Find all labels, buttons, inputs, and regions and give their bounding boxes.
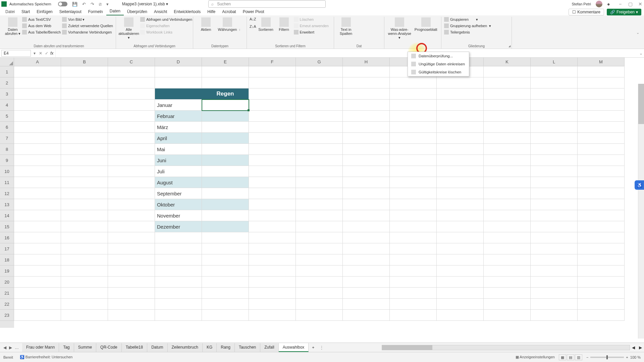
cell-A9[interactable] [14, 155, 61, 166]
row-header-18[interactable]: 18 [0, 254, 14, 265]
cell-A7[interactable] [14, 133, 61, 144]
cell-H19[interactable] [343, 265, 390, 277]
sheet-nav-more[interactable]: … [15, 345, 19, 350]
cell-C14[interactable] [108, 210, 155, 221]
cell-K18[interactable] [484, 254, 531, 265]
formula-input[interactable] [55, 49, 638, 57]
row-header-22[interactable]: 22 [0, 299, 14, 310]
autosave-toggle[interactable] [58, 2, 67, 6]
cell-J20[interactable] [437, 277, 484, 288]
cell-L19[interactable] [531, 265, 578, 277]
recent-sources[interactable]: Zuletzt verwendete Quellen [62, 23, 113, 28]
cell-K12[interactable] [484, 188, 531, 199]
tab-daten[interactable]: Daten [106, 7, 124, 15]
cell-A22[interactable] [14, 299, 61, 310]
cell-M18[interactable] [578, 254, 625, 265]
cell-C9[interactable] [108, 155, 155, 166]
sort-desc[interactable]: Z↓A [250, 24, 256, 29]
cell-D9[interactable]: Juni [155, 155, 202, 166]
avatar[interactable] [596, 1, 602, 7]
sheet-tab-summe[interactable]: Summe [74, 343, 96, 352]
refresh-all-button[interactable]: Alle aktualisieren ▾ [119, 17, 139, 40]
cell-K9[interactable] [484, 155, 531, 166]
cell-H23[interactable] [343, 310, 390, 321]
cell-E19[interactable] [202, 265, 249, 277]
cell-G1[interactable] [296, 66, 343, 77]
cell-M5[interactable] [578, 111, 625, 122]
col-header-M[interactable]: M [578, 58, 625, 66]
cell-C15[interactable] [108, 221, 155, 232]
cell-J14[interactable] [437, 210, 484, 221]
cell-D18[interactable] [155, 254, 202, 265]
sheet-tab-qr-code[interactable]: QR-Code [96, 343, 122, 352]
file-name[interactable]: Mappe3 (version 1).xlsb ▾ [122, 2, 168, 6]
cell-C12[interactable] [108, 188, 155, 199]
cell-E3[interactable]: Regen [202, 88, 249, 100]
cell-K21[interactable] [484, 288, 531, 299]
cell-J7[interactable] [437, 133, 484, 144]
cell-B11[interactable] [61, 177, 108, 188]
cell-A8[interactable] [14, 144, 61, 155]
ungroup-button[interactable]: Gruppierung aufheben ▾ [444, 23, 491, 28]
cell-D4[interactable]: Januar [155, 100, 202, 111]
row-header-16[interactable]: 16 [0, 232, 14, 243]
sheet-tab-zufall[interactable]: Zufall [260, 343, 278, 352]
cell-D14[interactable]: November [155, 210, 202, 221]
cell-K1[interactable] [484, 66, 531, 77]
cell-F17[interactable] [249, 243, 296, 254]
vertical-scrollbar[interactable] [638, 84, 644, 339]
cell-J8[interactable] [437, 144, 484, 155]
cell-E15[interactable] [202, 221, 249, 232]
cell-M20[interactable] [578, 277, 625, 288]
cell-F16[interactable] [249, 232, 296, 243]
cell-C6[interactable] [108, 122, 155, 133]
col-header-G[interactable]: G [296, 58, 343, 66]
row-header-6[interactable]: 6 [0, 122, 14, 133]
cell-D21[interactable] [155, 288, 202, 299]
undo-icon[interactable]: ↶ [82, 2, 86, 7]
cell-F4[interactable] [249, 100, 296, 111]
cell-D7[interactable]: April [155, 133, 202, 144]
cell-D3[interactable] [155, 88, 202, 100]
cell-H10[interactable] [343, 166, 390, 177]
cell-B14[interactable] [61, 210, 108, 221]
group-button[interactable]: Gruppieren ▾ [444, 17, 491, 22]
cell-L5[interactable] [531, 111, 578, 122]
cell-D16[interactable] [155, 232, 202, 243]
cell-E20[interactable] [202, 277, 249, 288]
cell-E11[interactable] [202, 177, 249, 188]
cell-E13[interactable] [202, 199, 249, 210]
cell-C3[interactable] [108, 88, 155, 100]
cell-D19[interactable] [155, 265, 202, 277]
from-image[interactable]: Von Bild ▾ [62, 17, 113, 22]
cell-E14[interactable] [202, 210, 249, 221]
what-if-button[interactable]: Was-wäre-wenn-Analyse ▾ [387, 17, 412, 40]
row-header-4[interactable]: 4 [0, 100, 14, 111]
cell-C1[interactable] [108, 66, 155, 77]
stocks-button[interactable]: Aktien [196, 17, 216, 32]
cell-F19[interactable] [249, 265, 296, 277]
tab-datei[interactable]: Datei [2, 8, 18, 15]
cell-B21[interactable] [61, 288, 108, 299]
cell-L11[interactable] [531, 177, 578, 188]
tab-ansicht[interactable]: Ansicht [151, 8, 170, 15]
cell-J5[interactable] [437, 111, 484, 122]
cell-H3[interactable] [343, 88, 390, 100]
cell-I15[interactable] [390, 221, 437, 232]
row-header-20[interactable]: 20 [0, 277, 14, 288]
cell-A17[interactable] [14, 243, 61, 254]
cell-D1[interactable] [155, 66, 202, 77]
text-to-columns[interactable]: Text in Spalten [337, 17, 355, 36]
name-box[interactable]: E4 [1, 50, 31, 57]
tab-einfuegen[interactable]: Einfügen [33, 8, 56, 15]
cell-L12[interactable] [531, 188, 578, 199]
cell-K20[interactable] [484, 277, 531, 288]
cell-A6[interactable] [14, 122, 61, 133]
cell-L20[interactable] [531, 277, 578, 288]
cell-D23[interactable] [155, 310, 202, 321]
name-box-dropdown[interactable]: ▾ [32, 51, 37, 56]
touch-icon[interactable]: ⎚ [99, 2, 102, 7]
zoom-out-icon[interactable]: − [586, 355, 588, 359]
cells-area[interactable]: RegenJanuarFebruarMärzAprilMaiJuniJuliAu… [14, 66, 625, 328]
cell-A19[interactable] [14, 265, 61, 277]
